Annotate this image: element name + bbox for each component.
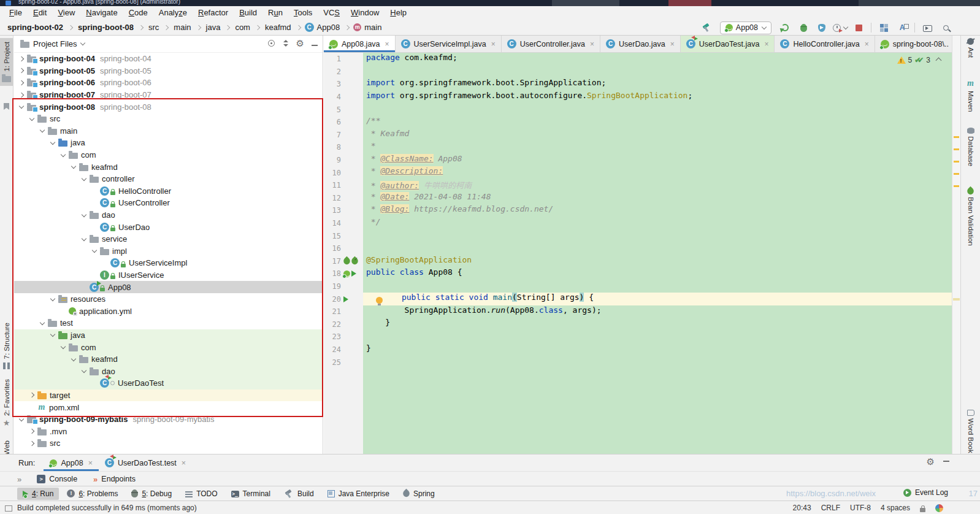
tree-item-iuserservice[interactable]: IIUserService	[14, 269, 323, 282]
run-anything-button[interactable]	[920, 21, 935, 34]
tree-item-spring-boot-05[interactable]: spring-boot-05spring-boot-05	[14, 65, 323, 77]
toolwindow-button-build[interactable]: Build	[278, 487, 320, 501]
tool-stripe-maven[interactable]: mMaven	[961, 79, 980, 112]
tree-item-java[interactable]: java	[14, 329, 323, 342]
tree-item-spring-boot-04[interactable]: spring-boot-04spring-boot-04	[14, 53, 323, 65]
tree-item-main[interactable]: main	[14, 125, 323, 137]
project-structure-button[interactable]	[876, 21, 891, 34]
gear-icon[interactable]: ⚙	[296, 39, 304, 48]
tool-stripe-ant[interactable]: Ant	[961, 38, 980, 58]
menu-navigate[interactable]: Navigate	[80, 6, 123, 20]
tree-item-spring-boot-08[interactable]: spring-boot-08spring-boot-08	[14, 101, 323, 113]
breadcrumb-item[interactable]: spring-boot-02	[6, 23, 64, 32]
run-subtab-endpoints[interactable]: »Endpoints	[93, 475, 136, 483]
tree-chevron-down-icon[interactable]	[58, 154, 67, 156]
tree-chevron-right-icon[interactable]	[17, 81, 26, 85]
tree-chevron-down-icon[interactable]	[37, 322, 47, 324]
status-item[interactable]: CRLF	[821, 504, 840, 512]
translate-button[interactable]: A	[895, 21, 909, 34]
tree-chevron-down-icon[interactable]	[48, 142, 57, 144]
tree-chevron-down-icon[interactable]	[48, 334, 57, 336]
breadcrumb-item[interactable]: main	[363, 23, 383, 32]
close-icon[interactable]: ×	[670, 40, 675, 48]
menu-tools[interactable]: Tools	[288, 6, 318, 20]
menu-file[interactable]: File	[4, 6, 28, 20]
tree-item-application-yml[interactable]: application.yml	[14, 305, 323, 317]
tree-item-resources[interactable]: resources	[14, 293, 323, 305]
menu-analyze[interactable]: Analyze	[153, 6, 193, 20]
locate-icon[interactable]	[268, 40, 275, 47]
tree-item-test[interactable]: test	[14, 317, 323, 329]
debug-button[interactable]	[796, 21, 811, 34]
editor-tab-userdao-java[interactable]: CUserDao.java×	[600, 36, 681, 52]
tree-item-controller[interactable]: controller	[14, 173, 323, 185]
tree-chevron-down-icon[interactable]	[48, 298, 57, 301]
tree-item-usercontroller[interactable]: CUserController	[14, 197, 323, 209]
play-icon[interactable]	[343, 296, 348, 302]
breadcrumb-item[interactable]: spring-boot-08	[77, 23, 135, 32]
tree-chevron-down-icon[interactable]	[90, 250, 99, 252]
toolwindow-button-6-problems[interactable]: !6: Problems	[61, 488, 123, 500]
tree-chevron-down-icon[interactable]	[37, 129, 47, 132]
tree-item-keafmd[interactable]: keafmd	[14, 353, 323, 366]
tree-chevron-right-icon[interactable]	[17, 69, 26, 72]
tree-item-spring-boot-09-mybatis[interactable]: spring-boot-09-mybatisspring-boot-09-myb…	[14, 413, 323, 426]
tree-item-userserviceimpl[interactable]: CUserServiceImpl	[14, 257, 323, 269]
tree-item-impl[interactable]: impl	[14, 245, 323, 258]
code-editor[interactable]: 5 ✔✔ 3 package com.keafmd;import org.spr…	[363, 53, 952, 454]
tree-item-dao[interactable]: dao	[14, 365, 323, 377]
tree-item-spring-boot-07[interactable]: spring-boot-07spring-boot-07	[14, 89, 323, 101]
color-wheel-icon[interactable]	[935, 504, 943, 512]
tree-chevron-down-icon[interactable]	[69, 166, 78, 168]
tree-item-com[interactable]: com	[14, 341, 323, 353]
status-item[interactable]: 4 spaces	[881, 504, 910, 512]
tree-chevron-down-icon[interactable]	[17, 105, 26, 108]
toolwindow-button-5-debug[interactable]: 5: Debug	[126, 488, 177, 500]
breadcrumb-item[interactable]: main	[172, 23, 192, 32]
show-more-chevrons[interactable]: »	[17, 475, 21, 484]
close-icon[interactable]: ×	[491, 40, 496, 48]
close-icon[interactable]: ×	[182, 459, 186, 467]
tree-chevron-down-icon[interactable]	[79, 238, 88, 240]
toolwindow-button-terminal[interactable]: >_Terminal	[226, 488, 276, 500]
menu-edit[interactable]: Edit	[28, 6, 52, 20]
status-item[interactable]: 20:43	[793, 504, 811, 512]
tool-stripe-7-structure[interactable]: 7: Structure	[0, 323, 13, 369]
spring-boot-icon[interactable]	[343, 270, 350, 277]
breadcrumb-item[interactable]: src	[147, 23, 160, 32]
run-tab-userdaotest-test[interactable]: CUserDaoTest.test×	[99, 455, 192, 471]
menu-help[interactable]: Help	[385, 6, 412, 20]
tree-item-spring-boot-06[interactable]: spring-boot-06spring-boot-06	[14, 77, 323, 89]
close-icon[interactable]: ×	[88, 459, 93, 467]
tree-item-java[interactable]: java	[14, 137, 323, 149]
editor-tab-usercontroller-java[interactable]: CUserController.java×	[502, 36, 600, 52]
tree-item-src[interactable]: src	[14, 437, 323, 450]
tool-stripe-1-project[interactable]: 1: Project	[0, 38, 13, 86]
event-log-button[interactable]: Event Log	[903, 488, 948, 497]
stop-button[interactable]	[851, 21, 866, 34]
run-tab-app08[interactable]: App08×	[44, 455, 98, 471]
close-icon[interactable]: ×	[385, 40, 389, 48]
tree-item-userdao[interactable]: CUserDao	[14, 221, 323, 233]
tree-item-app08[interactable]: CApp08	[14, 281, 323, 293]
lock-icon[interactable]	[920, 508, 925, 512]
tree-chevron-down-icon[interactable]	[69, 358, 78, 361]
toolwindow-button-java-enterprise[interactable]: Java Enterprise	[322, 488, 395, 500]
editor-tab-hellocontroller-java[interactable]: CHelloController.java×	[775, 36, 875, 52]
run-button[interactable]	[778, 21, 792, 34]
editor-tab-userserviceimpl-java[interactable]: CUserServiceImpl.java×	[396, 36, 502, 52]
editor-tab-userdaotest-java[interactable]: CUserDaoTest.java×	[681, 36, 775, 52]
toolwindow-button-4-run[interactable]: 4: Run	[17, 488, 59, 500]
leaf-icon[interactable]	[342, 256, 352, 266]
gear-icon[interactable]: ⚙	[927, 457, 935, 466]
tree-item-com[interactable]: com	[14, 149, 323, 161]
intention-bulb-icon[interactable]	[376, 297, 383, 304]
toolwindow-button-spring[interactable]: Spring	[397, 488, 440, 500]
tree-chevron-down-icon[interactable]	[17, 418, 26, 421]
leaf-check-icon[interactable]	[350, 256, 360, 266]
menu-view[interactable]: View	[52, 6, 80, 20]
menu-window[interactable]: Window	[345, 6, 385, 20]
editor-tab-spring-boot-08-[interactable]: spring-boot-08\..	[875, 36, 955, 52]
tree-item-target[interactable]: target	[14, 389, 323, 402]
hide-panel-icon[interactable]	[943, 461, 949, 462]
